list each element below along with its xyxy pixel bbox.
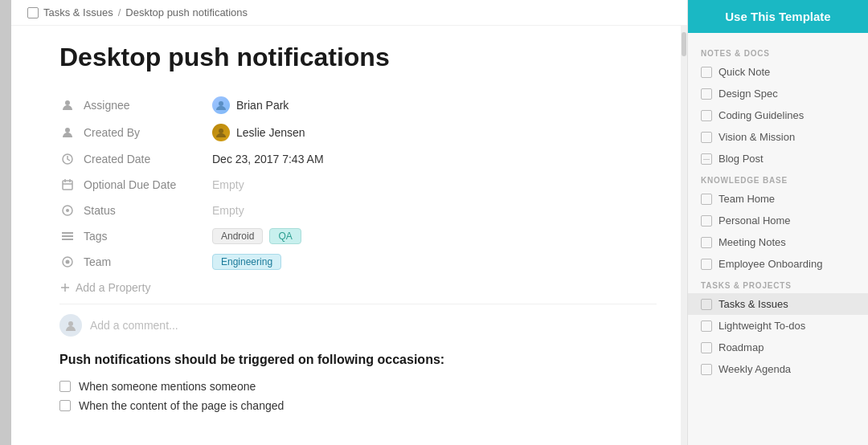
comment-area[interactable]: Add a comment... — [59, 304, 657, 346]
sidebar-section-tasks: TASKS & PROJECTS — [688, 275, 868, 293]
sidebar-item-label-weekly-agenda: Weekly Agenda — [719, 363, 855, 375]
due-date-icon — [59, 177, 76, 193]
svg-rect-12 — [62, 235, 73, 237]
sidebar-item-weekly-agenda[interactable]: Weekly Agenda — [688, 358, 868, 380]
due-date-text: Empty — [212, 178, 244, 191]
team-icon — [59, 254, 76, 270]
quick-note-icon — [701, 67, 712, 78]
add-property-button[interactable]: Add a Property — [59, 275, 657, 300]
breadcrumb: Tasks & Issues / Desktop push notificati… — [11, 0, 687, 26]
created-date-label: Created Date — [84, 153, 212, 165]
comment-placeholder[interactable]: Add a comment... — [90, 319, 178, 332]
created-by-value[interactable]: Leslie Jensen — [212, 124, 305, 141]
property-status: Status Empty — [59, 198, 657, 223]
svg-point-15 — [66, 260, 70, 264]
right-sidebar: Use This Template NOTES & DOCS Quick Not… — [687, 0, 868, 445]
team-value[interactable]: Engineering — [212, 254, 281, 270]
sidebar-item-vision-mission[interactable]: Vision & Mission — [688, 126, 868, 148]
svg-point-0 — [65, 100, 70, 105]
status-label: Status — [84, 204, 212, 217]
sidebar-item-meeting-notes[interactable]: Meeting Notes — [688, 231, 868, 253]
property-tags: Tags Android QA — [59, 223, 657, 249]
sidebar-item-label-employee-onboarding: Employee Onboarding — [719, 258, 855, 270]
breadcrumb-tasks-link[interactable]: Tasks & Issues — [43, 6, 113, 18]
due-date-value[interactable]: Empty — [212, 178, 244, 191]
tag-qa[interactable]: QA — [269, 228, 301, 244]
lightweight-todos-icon — [701, 320, 712, 332]
sidebar-item-label-team-home: Team Home — [719, 193, 855, 205]
team-home-icon — [701, 194, 712, 205]
svg-rect-5 — [63, 181, 72, 190]
checkbox-item-1[interactable]: When the content of the page is changed — [59, 396, 657, 415]
add-property-label: Add a Property — [76, 281, 150, 294]
due-date-label: Optional Due Date — [84, 178, 212, 191]
created-date-icon — [59, 151, 76, 167]
page-icon — [27, 7, 39, 18]
sidebar-item-label-quick-note: Quick Note — [719, 66, 855, 78]
sidebar-item-tasks-issues[interactable]: Tasks & Issues — [688, 293, 868, 315]
sidebar-item-label-vision-mission: Vision & Mission — [719, 131, 855, 143]
checkbox-0[interactable] — [59, 381, 71, 392]
sidebar-item-label-personal-home: Personal Home — [719, 214, 855, 227]
checkbox-label-1: When the content of the page is changed — [79, 399, 284, 412]
assignee-name: Brian Park — [236, 99, 289, 112]
created-by-avatar — [212, 124, 230, 141]
design-spec-icon — [701, 88, 712, 100]
checkbox-1[interactable] — [59, 400, 71, 411]
svg-point-2 — [65, 128, 70, 133]
employee-onboarding-icon — [701, 259, 712, 270]
checkbox-item-0[interactable]: When someone mentions someone — [59, 377, 657, 396]
comment-avatar — [59, 314, 82, 337]
assignee-label: Assignee — [84, 99, 212, 112]
svg-rect-13 — [62, 239, 73, 240]
status-value[interactable]: Empty — [212, 204, 244, 217]
tags-icon — [59, 228, 76, 244]
svg-point-10 — [66, 209, 69, 212]
breadcrumb-separator: / — [118, 6, 121, 18]
page-title: Desktop push notifications — [59, 42, 657, 72]
meeting-notes-icon — [701, 237, 712, 248]
breadcrumb-current: Desktop push notifications — [125, 6, 248, 18]
coding-guidelines-icon — [701, 110, 712, 121]
property-created-date: Created Date Dec 23, 2017 7:43 AM — [59, 146, 657, 172]
sidebar-item-lightweight-todos[interactable]: Lightweight To-dos — [688, 315, 868, 337]
main-scrollbar[interactable] — [681, 26, 687, 445]
property-assignee: Assignee Brian Park — [59, 92, 657, 119]
sidebar-item-personal-home[interactable]: Personal Home — [688, 210, 868, 231]
svg-point-3 — [219, 129, 223, 133]
tag-android[interactable]: Android — [212, 228, 263, 244]
sidebar-item-team-home[interactable]: Team Home — [688, 188, 868, 210]
content-wrapper: Desktop push notifications Assignee Bria… — [11, 26, 687, 445]
created-by-name: Leslie Jensen — [236, 126, 305, 139]
svg-rect-11 — [62, 232, 73, 234]
left-background — [0, 0, 11, 445]
sidebar-item-employee-onboarding[interactable]: Employee Onboarding — [688, 253, 868, 275]
sidebar-item-quick-note[interactable]: Quick Note — [688, 61, 868, 83]
sidebar-section-knowledge: KNOWLEDGE BASE — [688, 169, 868, 188]
sidebar-item-roadmap[interactable]: Roadmap — [688, 337, 868, 358]
tag-engineering[interactable]: Engineering — [212, 254, 281, 270]
created-by-icon — [59, 125, 76, 141]
sidebar-item-coding-guidelines[interactable]: Coding Guidelines — [688, 104, 868, 126]
created-date-value[interactable]: Dec 23, 2017 7:43 AM — [212, 153, 324, 165]
sidebar-item-blog-post[interactable]: Blog Post — [688, 148, 868, 169]
use-template-button[interactable]: Use This Template — [688, 0, 868, 33]
property-due-date: Optional Due Date Empty — [59, 172, 657, 198]
sidebar-item-label-lightweight-todos: Lightweight To-dos — [719, 320, 855, 332]
main-scrollbar-thumb[interactable] — [682, 32, 686, 56]
content-area: Desktop push notifications Assignee Bria… — [11, 26, 681, 445]
assignee-value[interactable]: Brian Park — [212, 96, 289, 114]
body-heading: Push notifications should be triggered o… — [59, 353, 657, 367]
tasks-issues-icon — [701, 299, 712, 310]
tags-label: Tags — [84, 230, 212, 243]
status-text: Empty — [212, 204, 244, 217]
body-content: Push notifications should be triggered o… — [59, 353, 657, 415]
status-icon — [59, 202, 76, 218]
sidebar-section-notes: NOTES & DOCS — [688, 43, 868, 61]
assignee-icon — [59, 97, 76, 113]
main-panel: Tasks & Issues / Desktop push notificati… — [11, 0, 687, 445]
vision-mission-icon — [701, 132, 712, 143]
team-label: Team — [84, 255, 212, 268]
sidebar-item-design-spec[interactable]: Design Spec — [688, 83, 868, 104]
tags-value[interactable]: Android QA — [212, 228, 301, 244]
